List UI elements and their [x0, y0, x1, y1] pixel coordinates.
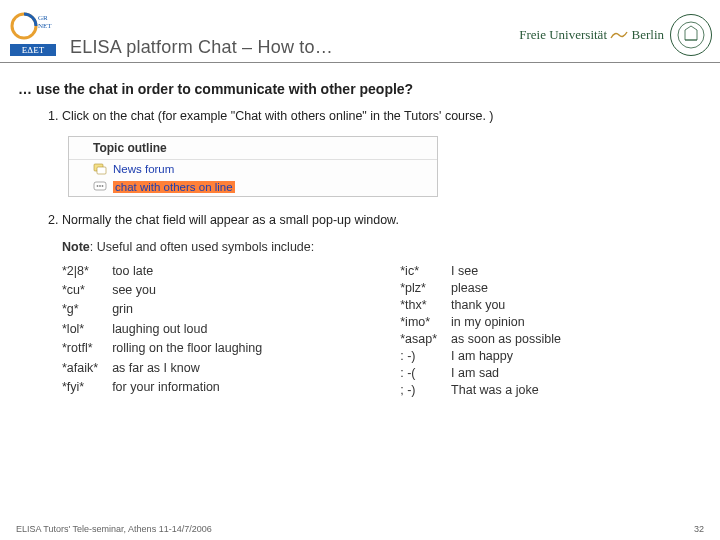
- sym-abbr: ; -): [400, 383, 437, 397]
- sym-mean: laughing out loud: [112, 322, 262, 338]
- sym-abbr: *imo*: [400, 315, 437, 329]
- sym-abbr: : -(: [400, 366, 437, 380]
- footer-page-number: 32: [694, 524, 704, 534]
- sym-mean: too late: [112, 264, 262, 280]
- chat-icon: [93, 181, 107, 193]
- step-1-number: 1.: [48, 109, 58, 123]
- svg-point-9: [97, 185, 99, 187]
- fu-seal-icon: [670, 14, 712, 56]
- sym-mean: I am happy: [451, 349, 561, 363]
- sym-mean: I see: [451, 264, 561, 278]
- sym-abbr: *asap*: [400, 332, 437, 346]
- slide-content: … use the chat in order to communicate w…: [0, 63, 720, 397]
- note-line: Note: Useful and often used symbols incl…: [62, 240, 702, 254]
- step-2-text: Normally the chat field will appear as a…: [62, 213, 399, 227]
- step-1: 1. Click on the chat (for example "Chat …: [48, 107, 702, 126]
- footer-left: ELISA Tutors' Tele-seminar, Athens 11-14…: [16, 524, 212, 534]
- chat-link-highlighted[interactable]: chat with others on line: [113, 181, 235, 193]
- grnet-logo: GR NET ΕΔΕΤ: [4, 4, 62, 62]
- symbols-spacer: [276, 264, 386, 397]
- note-label: Note: [62, 240, 90, 254]
- sym-mean: in my opinion: [451, 315, 561, 329]
- course-screenshot: Topic outline News forum: [68, 136, 438, 197]
- step-1-text: Click on the chat (for example "Chat wit…: [62, 109, 494, 123]
- sym-abbr: : -): [400, 349, 437, 363]
- sym-mean: rolling on the floor laughing: [112, 341, 262, 357]
- slide-subheading: … use the chat in order to communicate w…: [18, 81, 702, 97]
- symbols-table: *2|8*too late *cu*see you *g*grin *lol*l…: [62, 264, 702, 397]
- slide-footer: ELISA Tutors' Tele-seminar, Athens 11-14…: [0, 524, 720, 534]
- sym-mean: see you: [112, 283, 262, 299]
- sym-abbr: *g*: [62, 302, 98, 318]
- sym-abbr: *fyi*: [62, 380, 98, 396]
- sym-mean: grin: [112, 302, 262, 318]
- sym-mean: as far as I know: [112, 361, 262, 377]
- news-forum-link[interactable]: News forum: [113, 163, 174, 175]
- note-text: : Useful and often used symbols include:: [90, 240, 314, 254]
- symbols-right-column: *ic*I see *plz*please *thx*thank you *im…: [400, 264, 561, 397]
- sym-abbr: *plz*: [400, 281, 437, 295]
- forum-icon: [93, 163, 107, 175]
- fu-text-line1: Freie Universität: [519, 27, 607, 42]
- svg-point-11: [102, 185, 104, 187]
- sym-mean: I am sad: [451, 366, 561, 380]
- sym-mean: That was a joke: [451, 383, 561, 397]
- sym-abbr: *lol*: [62, 322, 98, 338]
- topic-outline-label: Topic outline: [87, 137, 173, 159]
- sym-abbr: *ic*: [400, 264, 437, 278]
- sym-mean: for your information: [112, 380, 262, 396]
- svg-text:NET: NET: [38, 22, 52, 30]
- edet-text: ΕΔΕΤ: [22, 45, 45, 55]
- sym-mean: please: [451, 281, 561, 295]
- step-2-number: 2.: [48, 213, 58, 227]
- fu-text-line2: Berlin: [632, 27, 665, 42]
- slide-header: GR NET ΕΔΕΤ ELISA platform Chat – How to…: [0, 0, 720, 63]
- grnet-text: GR: [38, 14, 48, 22]
- sym-mean: thank you: [451, 298, 561, 312]
- svg-rect-7: [97, 167, 106, 174]
- title-area: ELISA platform Chat – How to…: [70, 37, 519, 62]
- symbols-left-column: *2|8*too late *cu*see you *g*grin *lol*l…: [62, 264, 262, 397]
- sym-abbr: *cu*: [62, 283, 98, 299]
- sym-abbr: *thx*: [400, 298, 437, 312]
- step-2: 2. Normally the chat field will appear a…: [48, 211, 702, 230]
- slide-title: ELISA platform Chat – How to…: [70, 37, 519, 58]
- sym-mean: as soon as possible: [451, 332, 561, 346]
- sym-abbr: *rotfl*: [62, 341, 98, 357]
- sym-abbr: *2|8*: [62, 264, 98, 280]
- fu-berlin-logo: Freie Universität Berlin: [519, 14, 712, 62]
- svg-point-10: [99, 185, 101, 187]
- sym-abbr: *afaik*: [62, 361, 98, 377]
